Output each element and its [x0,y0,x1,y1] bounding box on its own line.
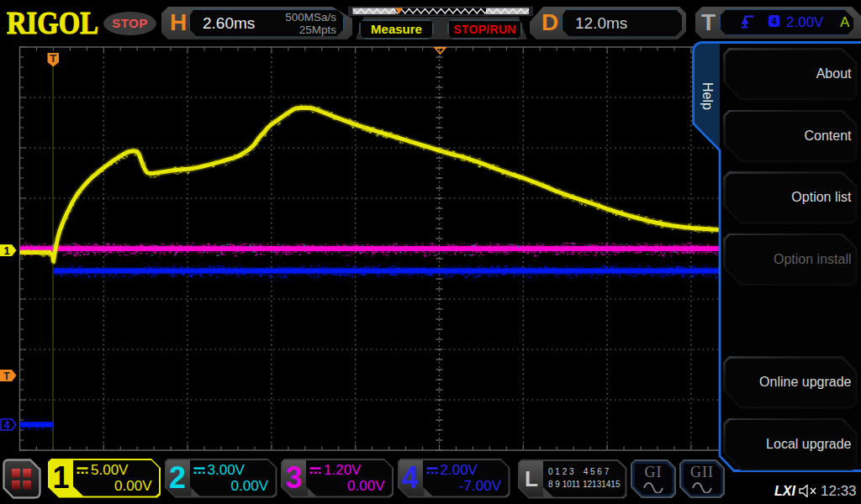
svg-text:1: 1 [3,244,9,257]
svg-text:T: T [3,370,10,382]
svg-text:4: 4 [4,419,10,431]
svg-text:T: T [50,52,56,65]
